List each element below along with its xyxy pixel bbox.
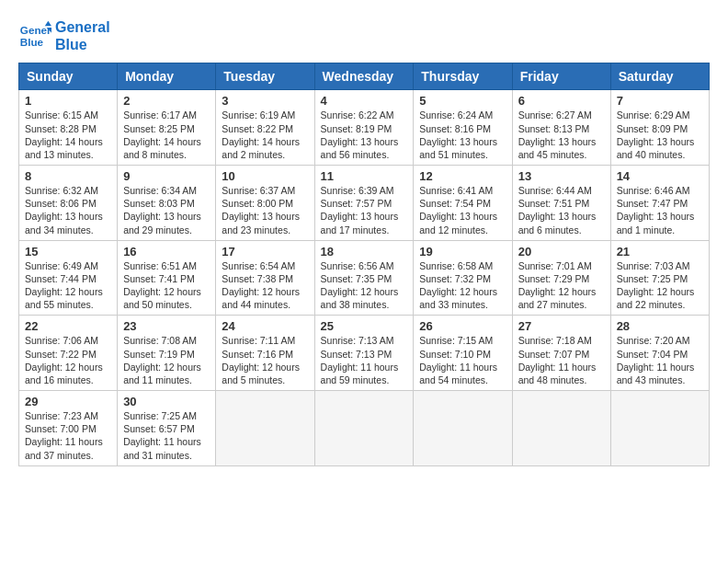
logo: General Blue General Blue (18, 18, 110, 53)
day-info: Sunrise: 6:49 AMSunset: 7:44 PMDaylight:… (25, 259, 111, 312)
day-number: 19 (419, 245, 506, 259)
weekday-header-saturday: Saturday (610, 63, 709, 90)
day-number: 26 (419, 319, 506, 333)
day-info: Sunrise: 7:06 AMSunset: 7:22 PMDaylight:… (25, 334, 111, 386)
day-number: 10 (222, 169, 308, 183)
day-info: Sunrise: 6:27 AMSunset: 8:13 PMDaylight:… (518, 109, 605, 161)
day-number: 11 (321, 169, 408, 183)
day-cell-2: 2Sunrise: 6:17 AMSunset: 8:25 PMDaylight… (118, 90, 216, 166)
day-number: 7 (617, 94, 703, 108)
day-number: 9 (123, 169, 210, 183)
day-number: 27 (518, 319, 605, 333)
day-info: Sunrise: 6:54 AMSunset: 7:38 PMDaylight:… (222, 259, 308, 312)
day-info: Sunrise: 7:23 AMSunset: 7:00 PMDaylight:… (25, 409, 111, 462)
day-info: Sunrise: 6:46 AMSunset: 7:47 PMDaylight:… (617, 184, 703, 236)
day-cell-18: 18Sunrise: 6:56 AMSunset: 7:35 PMDayligh… (314, 240, 414, 316)
day-info: Sunrise: 6:19 AMSunset: 8:22 PMDaylight:… (222, 109, 308, 161)
calendar-row: 8Sunrise: 6:32 AMSunset: 8:06 PMDaylight… (19, 166, 710, 241)
day-cell-13: 13Sunrise: 6:44 AMSunset: 7:51 PMDayligh… (512, 166, 610, 241)
day-cell-7: 7Sunrise: 6:29 AMSunset: 8:09 PMDaylight… (610, 90, 709, 166)
day-number: 2 (123, 94, 210, 108)
day-info: Sunrise: 6:22 AMSunset: 8:19 PMDaylight:… (321, 109, 408, 161)
day-number: 16 (123, 245, 210, 259)
day-info: Sunrise: 6:34 AMSunset: 8:03 PMDaylight:… (123, 184, 210, 236)
day-info: Sunrise: 6:29 AMSunset: 8:09 PMDaylight:… (617, 109, 703, 161)
day-cell-19: 19Sunrise: 6:58 AMSunset: 7:32 PMDayligh… (414, 240, 512, 316)
day-number: 22 (25, 319, 111, 333)
day-info: Sunrise: 6:51 AMSunset: 7:41 PMDaylight:… (123, 259, 210, 312)
day-info: Sunrise: 7:03 AMSunset: 7:25 PMDaylight:… (617, 259, 703, 312)
calendar-row: 29Sunrise: 7:23 AMSunset: 7:00 PMDayligh… (19, 391, 710, 466)
day-number: 29 (25, 395, 111, 408)
weekday-header-wednesday: Wednesday (314, 63, 414, 90)
day-number: 14 (617, 169, 703, 183)
empty-cell (414, 391, 512, 466)
day-cell-11: 11Sunrise: 6:39 AMSunset: 7:57 PMDayligh… (314, 166, 414, 241)
day-cell-27: 27Sunrise: 7:18 AMSunset: 7:07 PMDayligh… (512, 316, 610, 391)
day-info: Sunrise: 6:39 AMSunset: 7:57 PMDaylight:… (321, 184, 408, 236)
day-number: 3 (222, 94, 308, 108)
day-number: 18 (321, 245, 408, 259)
day-number: 4 (321, 94, 408, 108)
day-cell-24: 24Sunrise: 7:11 AMSunset: 7:16 PMDayligh… (216, 316, 314, 391)
day-cell-21: 21Sunrise: 7:03 AMSunset: 7:25 PMDayligh… (610, 240, 709, 316)
day-cell-16: 16Sunrise: 6:51 AMSunset: 7:41 PMDayligh… (118, 240, 216, 316)
day-info: Sunrise: 7:20 AMSunset: 7:04 PMDaylight:… (617, 334, 703, 386)
day-number: 12 (419, 169, 506, 183)
day-info: Sunrise: 6:58 AMSunset: 7:32 PMDaylight:… (419, 259, 506, 312)
logo-icon: General Blue (18, 19, 51, 52)
day-cell-23: 23Sunrise: 7:08 AMSunset: 7:19 PMDayligh… (118, 316, 216, 391)
weekday-header-friday: Friday (512, 63, 610, 90)
header: General Blue General Blue (18, 18, 710, 53)
day-cell-1: 1Sunrise: 6:15 AMSunset: 8:28 PMDaylight… (19, 90, 118, 166)
day-info: Sunrise: 6:44 AMSunset: 7:51 PMDaylight:… (518, 184, 605, 236)
calendar-row: 15Sunrise: 6:49 AMSunset: 7:44 PMDayligh… (19, 240, 710, 316)
day-info: Sunrise: 7:11 AMSunset: 7:16 PMDaylight:… (222, 334, 308, 386)
empty-cell (314, 391, 414, 466)
logo-line2: Blue (55, 36, 110, 53)
day-number: 24 (222, 319, 308, 333)
weekday-header-monday: Monday (118, 63, 216, 90)
day-number: 28 (617, 319, 703, 333)
day-cell-15: 15Sunrise: 6:49 AMSunset: 7:44 PMDayligh… (19, 240, 118, 316)
day-cell-22: 22Sunrise: 7:06 AMSunset: 7:22 PMDayligh… (19, 316, 118, 391)
day-number: 5 (419, 94, 506, 108)
day-info: Sunrise: 7:13 AMSunset: 7:13 PMDaylight:… (321, 334, 408, 386)
day-number: 17 (222, 245, 308, 259)
day-cell-25: 25Sunrise: 7:13 AMSunset: 7:13 PMDayligh… (314, 316, 414, 391)
calendar-row: 1Sunrise: 6:15 AMSunset: 8:28 PMDaylight… (19, 90, 710, 166)
day-number: 6 (518, 94, 605, 108)
day-cell-6: 6Sunrise: 6:27 AMSunset: 8:13 PMDaylight… (512, 90, 610, 166)
day-info: Sunrise: 6:24 AMSunset: 8:16 PMDaylight:… (419, 109, 506, 161)
day-cell-29: 29Sunrise: 7:23 AMSunset: 7:00 PMDayligh… (19, 391, 118, 466)
weekday-header-thursday: Thursday (414, 63, 512, 90)
empty-cell (216, 391, 314, 466)
day-cell-8: 8Sunrise: 6:32 AMSunset: 8:06 PMDaylight… (19, 166, 118, 241)
calendar-table: SundayMondayTuesdayWednesdayThursdayFrid… (18, 63, 710, 465)
day-cell-12: 12Sunrise: 6:41 AMSunset: 7:54 PMDayligh… (414, 166, 512, 241)
calendar-row: 22Sunrise: 7:06 AMSunset: 7:22 PMDayligh… (19, 316, 710, 391)
day-info: Sunrise: 7:08 AMSunset: 7:19 PMDaylight:… (123, 334, 210, 386)
day-number: 23 (123, 319, 210, 333)
weekday-header-row: SundayMondayTuesdayWednesdayThursdayFrid… (19, 63, 710, 90)
day-info: Sunrise: 6:41 AMSunset: 7:54 PMDaylight:… (419, 184, 506, 236)
day-info: Sunrise: 6:37 AMSunset: 8:00 PMDaylight:… (222, 184, 308, 236)
day-info: Sunrise: 7:18 AMSunset: 7:07 PMDaylight:… (518, 334, 605, 386)
empty-cell (512, 391, 610, 466)
day-number: 1 (25, 94, 111, 108)
day-info: Sunrise: 6:17 AMSunset: 8:25 PMDaylight:… (123, 109, 210, 161)
day-number: 8 (25, 169, 111, 183)
day-info: Sunrise: 7:15 AMSunset: 7:10 PMDaylight:… (419, 334, 506, 386)
day-number: 21 (617, 245, 703, 259)
day-info: Sunrise: 6:56 AMSunset: 7:35 PMDaylight:… (321, 259, 408, 312)
day-cell-17: 17Sunrise: 6:54 AMSunset: 7:38 PMDayligh… (216, 240, 314, 316)
day-cell-3: 3Sunrise: 6:19 AMSunset: 8:22 PMDaylight… (216, 90, 314, 166)
day-info: Sunrise: 6:32 AMSunset: 8:06 PMDaylight:… (25, 184, 111, 236)
weekday-header-tuesday: Tuesday (216, 63, 314, 90)
logo-line1: General (55, 18, 110, 36)
day-number: 30 (123, 395, 210, 408)
day-number: 20 (518, 245, 605, 259)
day-cell-9: 9Sunrise: 6:34 AMSunset: 8:03 PMDaylight… (118, 166, 216, 241)
day-info: Sunrise: 6:15 AMSunset: 8:28 PMDaylight:… (25, 109, 111, 161)
weekday-header-sunday: Sunday (19, 63, 118, 90)
